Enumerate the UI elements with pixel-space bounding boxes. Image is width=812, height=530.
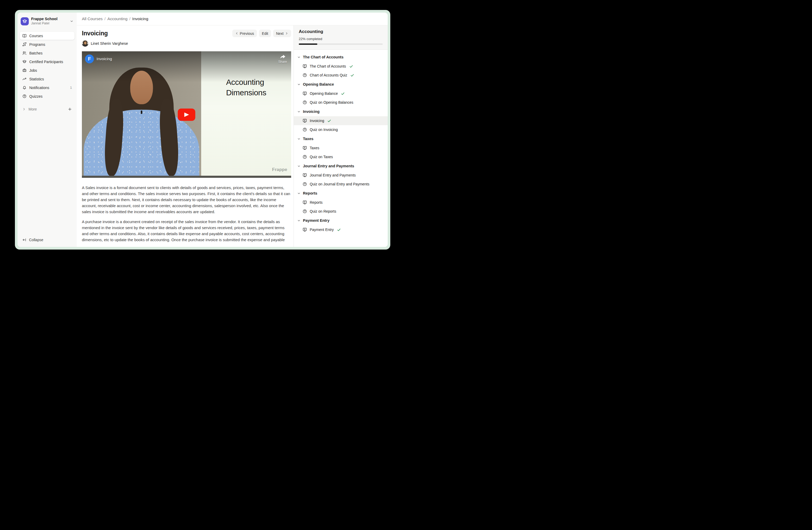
sidebar: Frappe School Jannat Patel Courses Progr…: [17, 13, 77, 247]
lesson-video-icon: [302, 227, 307, 232]
outline-section-the-chart-of-accounts[interactable]: The Chart of Accounts: [294, 52, 388, 62]
outline-item-invoicing[interactable]: Invoicing: [294, 116, 388, 125]
course-outline: Accounting 22% completed The Chart of Ac…: [293, 25, 388, 247]
lesson-video-icon: [302, 200, 307, 205]
edit-button[interactable]: Edit: [259, 30, 271, 37]
outline-item-taxes[interactable]: Taxes: [294, 143, 388, 152]
lesson-video-icon: [302, 64, 307, 69]
outline-header: Accounting 22% completed: [294, 25, 388, 50]
breadcrumb-current: Invoicing: [132, 16, 148, 21]
outline-item-the-chart-of-accounts[interactable]: The Chart of Accounts: [294, 62, 388, 71]
share-icon: [279, 54, 286, 60]
quiz-icon: [302, 209, 307, 214]
breadcrumb-separator: /: [129, 16, 130, 21]
lesson-paragraph: A purchase invoice is a document created…: [82, 219, 291, 243]
outline-item-quiz-on-invoicing[interactable]: Quiz on Invoicing: [294, 125, 388, 134]
breadcrumb: All Courses / Accounting / Invoicing: [82, 16, 148, 21]
chevron-down-icon: [297, 56, 301, 59]
quiz-icon: [302, 100, 307, 105]
frappe-watermark: Frappe: [272, 167, 287, 172]
workspace-switcher[interactable]: Frappe School Jannat Patel: [21, 17, 73, 26]
sidebar-item-quizzes[interactable]: Quizzes: [20, 92, 75, 100]
sidebar-item-programs[interactable]: Programs: [20, 40, 75, 48]
breadcrumb-accounting[interactable]: Accounting: [107, 16, 128, 21]
previous-button[interactable]: Previous: [232, 30, 257, 37]
lesson-video-icon: [302, 173, 307, 178]
outline-section-taxes[interactable]: Taxes: [294, 134, 388, 143]
author-name: Linet Sherin Varghese: [91, 41, 128, 45]
chevron-left-icon: [235, 32, 238, 35]
outline-item-quiz-on-taxes[interactable]: Quiz on Taxes: [294, 152, 388, 161]
bell-icon: [22, 85, 27, 90]
play-button[interactable]: [178, 108, 195, 121]
completed-check-icon: [350, 73, 354, 77]
outline-section-opening-balance[interactable]: Opening Balance: [294, 80, 388, 89]
sidebar-item-courses[interactable]: Courses: [20, 32, 75, 40]
progress-fill: [299, 43, 317, 45]
chevron-down-icon: [70, 19, 73, 23]
page-title: Invoicing: [82, 30, 108, 37]
app-window: Frappe School Jannat Patel Courses Progr…: [15, 10, 390, 250]
briefcase-icon: [22, 68, 27, 72]
breadcrumb-all-courses[interactable]: All Courses: [82, 16, 103, 21]
outline-section-reports[interactable]: Reports: [294, 189, 388, 198]
video-player[interactable]: Accounting Dimensions F Invoicing Share: [82, 51, 291, 178]
collapse-label: Collapse: [29, 238, 43, 242]
play-icon: [184, 112, 189, 117]
sidebar-item-jobs[interactable]: Jobs: [20, 66, 75, 74]
author: Linet Sherin Varghese: [82, 40, 291, 46]
outline-item-reports[interactable]: Reports: [294, 198, 388, 207]
users-icon: [22, 51, 27, 55]
sidebar-item-statistics[interactable]: Statistics: [20, 75, 75, 83]
lesson-body: A Sales invoice is a formal document sen…: [82, 185, 291, 243]
outline-item-opening-balance[interactable]: Opening Balance: [294, 89, 388, 98]
outline-item-chart-of-accounts-quiz[interactable]: Chart of Accounts Quiz: [294, 71, 388, 80]
collapse-sidebar-icon: [22, 238, 26, 242]
outline-section-payment-entry[interactable]: Payment Entry: [294, 216, 388, 225]
sidebar-item-batches[interactable]: Batches: [20, 49, 75, 57]
help-circle-icon: [22, 94, 27, 98]
collapse-button[interactable]: Collapse: [20, 236, 75, 244]
outline-list: The Chart of Accounts The Chart of Accou…: [294, 50, 388, 247]
outline-item-payment-entry[interactable]: Payment Entry: [294, 225, 388, 234]
user-name: Jannat Patel: [31, 22, 58, 26]
sidebar-item-more[interactable]: More: [20, 105, 75, 113]
outline-item-quiz-on-opening-balances[interactable]: Quiz on Opening Balances: [294, 98, 388, 107]
outline-item-quiz-on-journal-entry-and-payments[interactable]: Quiz on Journal Entry and Payments: [294, 180, 388, 189]
completed-check-icon: [349, 65, 353, 68]
lesson-video-icon: [302, 118, 307, 123]
next-button[interactable]: Next: [273, 30, 291, 37]
chevron-down-icon: [297, 165, 301, 168]
video-progress-strip[interactable]: [82, 176, 291, 178]
author-avatar: [82, 40, 88, 46]
sidebar-item-notifications[interactable]: Notifications 1: [20, 84, 75, 92]
channel-avatar[interactable]: F: [85, 54, 94, 64]
completed-check-icon: [341, 92, 345, 96]
share-button[interactable]: Share: [278, 54, 287, 64]
chevron-right-icon: [22, 107, 26, 111]
plus-icon[interactable]: [68, 107, 72, 111]
quiz-icon: [302, 154, 307, 159]
outline-section-invoicing[interactable]: Invoicing: [294, 107, 388, 116]
lesson-content: Invoicing Previous Edit: [77, 25, 293, 247]
frappe-school-logo-icon: [21, 17, 29, 25]
chevron-down-icon: [297, 110, 301, 113]
sidebar-nav: Courses Programs Batches Certified Parti…: [20, 31, 75, 100]
quiz-icon: [302, 73, 307, 78]
programs-icon: [22, 42, 27, 46]
progress-bar: [299, 43, 383, 45]
chevron-down-icon: [297, 192, 301, 195]
sidebar-item-certified-participants[interactable]: Certified Participants: [20, 58, 75, 66]
outline-section-journal-entry-and-payments[interactable]: Journal Entry and Payments: [294, 161, 388, 171]
course-title: Accounting: [299, 29, 383, 34]
clip-mic: [141, 111, 142, 114]
lesson-video-icon: [302, 145, 307, 150]
more-label: More: [29, 107, 37, 111]
outline-item-quiz-on-reports[interactable]: Quiz on Reports: [294, 207, 388, 216]
outline-item-journal-entry-and-payments[interactable]: Journal Entry and Payments: [294, 171, 388, 180]
trending-up-icon: [22, 77, 27, 81]
chevron-right-icon: [285, 32, 288, 35]
video-title: Invoicing: [97, 57, 112, 61]
graduation-cap-icon: [22, 59, 27, 64]
chevron-down-icon: [297, 219, 301, 222]
